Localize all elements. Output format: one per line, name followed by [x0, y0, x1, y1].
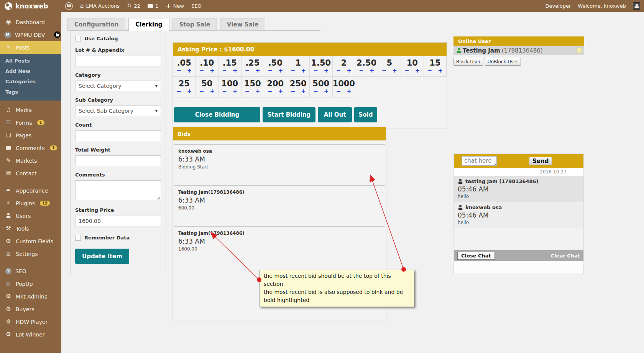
sidebar-item-lot-winner[interactable]: ⚙ Lot Winner [0, 328, 61, 341]
increment-button[interactable]: + [438, 68, 443, 74]
close-chat-button[interactable]: Close Chat [457, 252, 495, 260]
increment-button[interactable]: + [370, 68, 375, 74]
increment-button[interactable]: + [347, 89, 352, 94]
increment-button[interactable]: + [301, 89, 306, 94]
decrement-button[interactable]: − [404, 68, 409, 74]
decrement-button[interactable]: − [291, 89, 296, 94]
decrement-button[interactable]: − [336, 89, 341, 94]
sidebar-item-buyers[interactable]: ⚙ Buyers [0, 303, 61, 315]
user-select-checkbox[interactable] [577, 48, 582, 53]
close-bidding-button[interactable]: Close Bidding [174, 107, 260, 122]
seo-menu[interactable]: SEO [191, 3, 202, 9]
sold-button[interactable]: Sold [354, 107, 377, 122]
starting-price-input[interactable] [75, 216, 161, 226]
decrement-button[interactable]: − [313, 68, 318, 74]
decrement-button[interactable]: − [222, 89, 227, 94]
decrement-button[interactable]: − [199, 89, 204, 94]
decrement-button[interactable]: − [268, 89, 273, 94]
site-logo[interactable]: knoxweb [0, 2, 61, 10]
sidebar-item-contact[interactable]: ✉ Contact [0, 167, 61, 180]
increment-button[interactable]: + [301, 68, 306, 74]
sidebar-item-appearance[interactable]: ✒ Appearance [0, 184, 61, 197]
sidebar-item-pages[interactable]: ❏ Pages [0, 129, 61, 142]
updates-link[interactable]: ↻ 22 [127, 3, 140, 9]
sidebar-item-mkt-admins[interactable]: ⚙ Mkt Admins [0, 290, 61, 303]
increment-button[interactable]: + [347, 68, 352, 74]
send-button[interactable]: Send [529, 157, 552, 165]
sidebar-item-custom-fields[interactable]: ⚙ Custom Fields [0, 235, 61, 247]
use-catalog-checkbox[interactable] [75, 36, 81, 41]
all-out-button[interactable]: All Out [318, 107, 352, 122]
count-input[interactable] [75, 130, 161, 141]
increment-button[interactable]: + [233, 68, 238, 74]
category-select[interactable]: Select Category ▼ [75, 81, 161, 91]
tab-stop-sale[interactable]: Stop Sale [172, 18, 217, 30]
visit-site-link[interactable]: ⌂ LMA Auctions [80, 3, 120, 9]
unblock-user-button[interactable]: UnBlock User [485, 58, 521, 66]
increment-button[interactable]: + [415, 68, 420, 74]
decrement-button[interactable]: − [427, 68, 432, 74]
tab-configuration[interactable]: Configuration [67, 18, 125, 30]
sidebar-item-settings[interactable]: ≣ Settings [0, 247, 61, 260]
sidebar-subitem-add-new[interactable]: Add New [0, 66, 61, 76]
block-user-button[interactable]: Block User [453, 58, 483, 66]
increment-button[interactable]: + [210, 89, 215, 94]
sidebar-item-wpmu-dev[interactable]: M WPMU DEV [0, 28, 61, 41]
sidebar-item-forms[interactable]: ☰ Forms 1 [0, 116, 61, 129]
avatar[interactable] [633, 2, 640, 10]
decrement-button[interactable]: − [245, 89, 250, 94]
increment-button[interactable]: + [324, 89, 329, 94]
new-content-menu[interactable]: + New [166, 3, 184, 9]
sidebar-subitem-tags[interactable]: Tags [0, 87, 61, 97]
sidebar-subitem-categories[interactable]: Categories [0, 76, 61, 87]
start-bidding-button[interactable]: Start Bidding [263, 107, 315, 122]
increment-button[interactable]: + [278, 89, 283, 94]
sidebar-item-plugins[interactable]: ⚡ Plugins 19 [0, 197, 61, 209]
account-menu[interactable]: Welcome, knoxweb [578, 3, 626, 9]
chat-input[interactable] [462, 156, 497, 166]
sidebar-item-comments[interactable]: Comments 1 [0, 142, 61, 154]
clear-chat-button[interactable]: Clear Chat [551, 253, 580, 259]
sidebar-item-popup[interactable]: ⊠ PopUp [0, 277, 61, 290]
sidebar-item-tools[interactable]: ⚒ Tools [0, 222, 61, 235]
decrement-button[interactable]: − [382, 68, 387, 74]
sidebar-item-users[interactable]: Users [0, 209, 61, 222]
sidebar-item-seo[interactable]: Y SEO [0, 265, 61, 277]
decrement-button[interactable]: − [176, 68, 181, 74]
sub-category-select[interactable]: Select Sub Category ▼ [75, 106, 161, 116]
increment-button[interactable]: + [278, 68, 283, 74]
sidebar-subitem-all-posts[interactable]: All Posts [0, 56, 61, 66]
increment-button[interactable]: + [187, 68, 192, 74]
increment-button[interactable]: + [187, 89, 192, 94]
decrement-button[interactable]: − [222, 68, 227, 74]
decrement-button[interactable]: − [336, 68, 341, 74]
remember-data-checkbox[interactable] [75, 235, 81, 241]
developer-menu[interactable]: Developer [545, 3, 571, 9]
decrement-button[interactable]: − [268, 68, 273, 74]
decrement-button[interactable]: − [176, 89, 181, 94]
increment-button[interactable]: + [392, 68, 397, 74]
wordpress-menu[interactable]: W [65, 2, 73, 10]
update-item-button[interactable]: Update Item [75, 249, 129, 264]
tab-clerking[interactable]: Clerking [128, 18, 169, 31]
increment-button[interactable]: + [255, 89, 260, 94]
sidebar-item-dashboard[interactable]: ◉ Dashboard [0, 16, 61, 28]
increment-button[interactable]: + [255, 68, 260, 74]
decrement-button[interactable]: − [359, 68, 364, 74]
sidebar-item-posts[interactable]: ✎ Posts [0, 41, 61, 54]
sidebar-item-media[interactable]: ♫ Media [0, 104, 61, 116]
increment-button[interactable]: + [210, 68, 215, 74]
decrement-button[interactable]: − [245, 68, 250, 74]
comments-textarea[interactable] [75, 180, 161, 200]
total-weight-input[interactable] [75, 155, 161, 166]
lot-appendix-input[interactable] [75, 56, 161, 66]
increment-button[interactable]: + [324, 68, 329, 74]
tab-view-sale[interactable]: View Sale [220, 18, 265, 30]
increment-button[interactable]: + [233, 89, 238, 94]
comments-link[interactable]: 1 [148, 3, 158, 9]
sidebar-item-markets[interactable]: ✎ Markets [0, 154, 61, 167]
decrement-button[interactable]: − [199, 68, 204, 74]
sidebar-item-hdw-player[interactable]: ⚙ HDW Player [0, 315, 61, 328]
decrement-button[interactable]: − [313, 89, 318, 94]
decrement-button[interactable]: − [291, 68, 296, 74]
